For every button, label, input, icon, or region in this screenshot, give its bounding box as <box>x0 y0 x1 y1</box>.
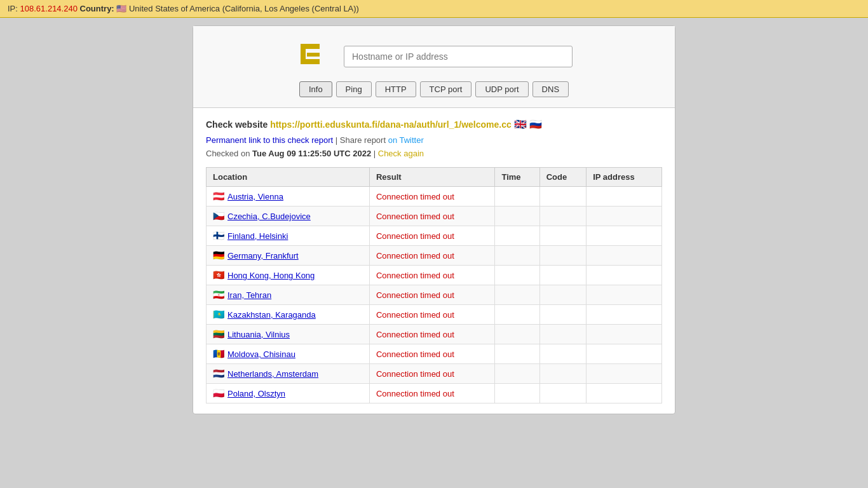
col-location: Location <box>207 168 370 187</box>
cell-time <box>495 325 539 344</box>
cell-location: 🇭🇰Hong Kong, Hong Kong <box>207 266 370 285</box>
cell-result: Connection timed out <box>369 364 495 384</box>
dns-button[interactable]: DNS <box>532 81 569 97</box>
table-row: 🇨🇿Czechia, C.BudejoviceConnection timed … <box>207 207 662 226</box>
cell-code <box>539 226 586 246</box>
twitter-link[interactable]: on Twitter <box>388 135 424 145</box>
cell-code <box>539 285 586 305</box>
cell-time <box>495 226 539 246</box>
cell-result: Connection timed out <box>369 285 495 305</box>
result-text: Connection timed out <box>376 349 454 359</box>
cell-time <box>495 364 539 384</box>
cell-time <box>495 207 539 226</box>
flag-icon: 🇨🇿 <box>213 210 225 221</box>
cell-ip <box>587 187 662 207</box>
http-button[interactable]: HTTP <box>376 81 416 97</box>
ip-label: IP: <box>8 4 18 13</box>
cell-location: 🇦🇹Austria, Vienna <box>207 187 370 207</box>
flag-icon: 🇳🇱 <box>213 368 225 379</box>
country-name: United States of America (California, Lo… <box>129 4 359 13</box>
cell-code <box>539 344 586 364</box>
results-tbody: 🇦🇹Austria, ViennaConnection timed out🇨🇿C… <box>207 187 662 403</box>
cell-time <box>495 344 539 364</box>
col-result: Result <box>369 168 495 187</box>
cell-ip <box>587 207 662 226</box>
flag-icon: 🇵🇱 <box>213 388 225 398</box>
location-link[interactable]: Iran, Tehran <box>227 290 271 300</box>
cell-location: 🇫🇮Finland, Helsinki <box>207 226 370 246</box>
en-flag-icon: 🇬🇧 <box>514 119 527 130</box>
udp-port-button[interactable]: UDP port <box>475 81 528 97</box>
cell-location: 🇮🇷Iran, Tehran <box>207 285 370 305</box>
location-link[interactable]: Moldova, Chisinau <box>227 349 295 359</box>
cell-result: Connection timed out <box>369 325 495 344</box>
cell-location: 🇰🇿Kazakhstan, Karaganda <box>207 305 370 325</box>
logo <box>295 37 329 75</box>
result-text: Connection timed out <box>376 330 454 339</box>
checked-prefix: Checked on <box>206 149 252 158</box>
table-row: 🇮🇷Iran, TehranConnection timed out <box>207 285 662 305</box>
cell-location: 🇱🇹Lithuania, Vilnius <box>207 325 370 344</box>
table-row: 🇲🇩Moldova, ChisinauConnection timed out <box>207 344 662 364</box>
cell-location: 🇳🇱Netherlands, Amsterdam <box>207 364 370 384</box>
cell-result: Connection timed out <box>369 246 495 266</box>
flag-icon: 🇰🇿 <box>213 309 225 320</box>
cell-code <box>539 384 586 403</box>
table-row: 🇭🇰Hong Kong, Hong KongConnection timed o… <box>207 266 662 285</box>
location-link[interactable]: Germany, Frankfurt <box>227 251 299 261</box>
cell-result: Connection timed out <box>369 226 495 246</box>
tcp-port-button[interactable]: TCP port <box>420 81 472 97</box>
check-again-link[interactable]: Check again <box>378 149 424 158</box>
cell-ip <box>587 384 662 403</box>
cell-code <box>539 364 586 384</box>
flag-icon: 🇮🇷 <box>213 289 225 300</box>
result-text: Connection timed out <box>376 290 454 300</box>
cell-ip <box>587 344 662 364</box>
search-area: Info Ping HTTP TCP port UDP port DNS <box>193 26 675 108</box>
location-link[interactable]: Hong Kong, Hong Kong <box>227 271 315 280</box>
cell-ip <box>587 325 662 344</box>
check-url-link[interactable]: https://portti.eduskunta.fi/dana-na/auth… <box>270 119 512 130</box>
result-text: Connection timed out <box>376 271 454 280</box>
ping-button[interactable]: Ping <box>336 81 372 97</box>
col-code: Code <box>539 168 586 187</box>
check-prefix: Check website <box>206 119 268 130</box>
cell-result: Connection timed out <box>369 266 495 285</box>
table-row: 🇳🇱Netherlands, AmsterdamConnection timed… <box>207 364 662 384</box>
cell-ip <box>587 285 662 305</box>
svg-rect-0 <box>307 53 320 57</box>
flag-icon: 🇱🇹 <box>213 329 225 339</box>
cell-location: 🇲🇩Moldova, Chisinau <box>207 344 370 364</box>
result-text: Connection timed out <box>376 310 454 320</box>
cell-code <box>539 187 586 207</box>
results-table: Location Result Time Code IP address 🇦🇹A… <box>206 167 662 403</box>
cell-result: Connection timed out <box>369 344 495 364</box>
location-link[interactable]: Finland, Helsinki <box>227 231 288 241</box>
location-link[interactable]: Kazakhstan, Karaganda <box>227 310 316 320</box>
separator1: | <box>336 135 340 145</box>
cell-time <box>495 305 539 325</box>
location-link[interactable]: Czechia, C.Budejovice <box>227 212 311 221</box>
info-button[interactable]: Info <box>299 81 332 97</box>
location-link[interactable]: Netherlands, Amsterdam <box>227 369 318 379</box>
ip-address-link[interactable]: 108.61.214.240 <box>20 4 78 13</box>
cell-code <box>539 305 586 325</box>
cell-location: 🇨🇿Czechia, C.Budejovice <box>207 207 370 226</box>
search-input[interactable] <box>344 46 573 67</box>
cell-ip <box>587 305 662 325</box>
location-link[interactable]: Lithuania, Vilnius <box>227 330 290 339</box>
cell-result: Connection timed out <box>369 187 495 207</box>
cell-code <box>539 325 586 344</box>
location-link[interactable]: Austria, Vienna <box>227 192 283 201</box>
permanent-link[interactable]: Permanent link to this check report <box>206 135 333 145</box>
cell-ip <box>587 266 662 285</box>
cell-time <box>495 246 539 266</box>
cell-ip <box>587 226 662 246</box>
cell-location: 🇵🇱Poland, Olsztyn <box>207 384 370 403</box>
checked-datetime: Tue Aug 09 11:25:50 UTC 2022 <box>252 149 371 158</box>
table-row: 🇩🇪Germany, FrankfurtConnection timed out <box>207 246 662 266</box>
cell-time <box>495 384 539 403</box>
location-link[interactable]: Poland, Olsztyn <box>227 389 285 398</box>
cell-ip <box>587 364 662 384</box>
cell-result: Connection timed out <box>369 384 495 403</box>
